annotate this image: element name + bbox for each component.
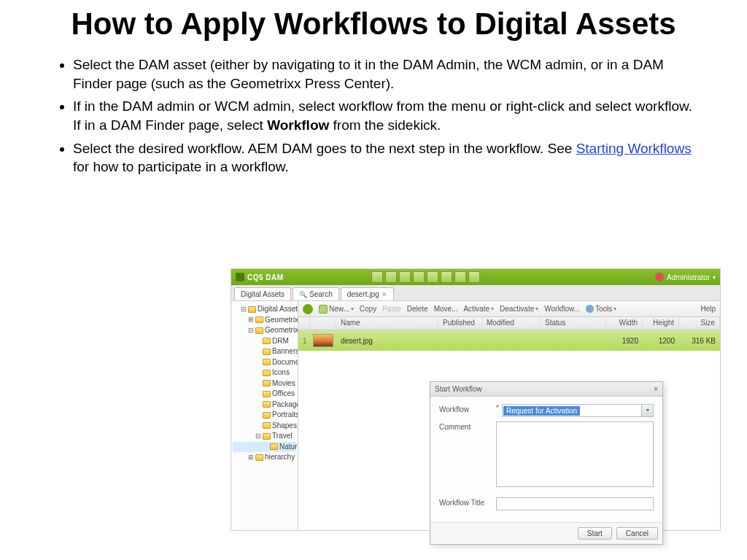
tab-file[interactable]: desert.jpg✕	[341, 287, 394, 300]
tree-node[interactable]: Package Shots	[233, 400, 296, 411]
tab-search[interactable]: 🔍Search	[293, 287, 339, 300]
sidebar: ⊟Digital Assets ⊞Geometrixx Outdoors ⊟Ge…	[231, 301, 298, 530]
chevron-down-icon[interactable]: ▾	[641, 405, 653, 416]
tree-node[interactable]: ⊞hierarchy	[233, 452, 296, 463]
workflow-title-label: Workflow Title	[439, 497, 496, 510]
main-panel: New...▾ Copy Paste Delete Move... Activa…	[298, 301, 720, 530]
starting-workflows-link[interactable]: Starting Workflows	[576, 141, 692, 156]
help-button[interactable]: Help	[700, 305, 716, 313]
toolbar: New...▾ Copy Paste Delete Move... Activa…	[298, 301, 720, 317]
topbar-icon[interactable]	[371, 271, 383, 283]
tree-node[interactable]: Portraits	[233, 410, 296, 421]
admin-label: Administrator	[667, 273, 710, 281]
topbar-icon[interactable]	[399, 271, 411, 283]
col-published[interactable]: Published	[438, 317, 482, 330]
topbar-icon[interactable]	[385, 271, 397, 283]
column-header: Name Published Modified Status Width Hei…	[298, 317, 720, 330]
topbar-icon[interactable]	[413, 271, 425, 283]
folder-icon	[263, 391, 271, 397]
cell-name: desert.jpg	[336, 337, 438, 345]
collapse-icon[interactable]: ⊟	[247, 326, 254, 335]
text: Select the desired workflow. AEM DAM goe…	[73, 141, 576, 156]
tree-label: DRM	[272, 336, 289, 347]
copy-button[interactable]: Copy	[360, 305, 376, 313]
tree-node[interactable]: Offices	[233, 389, 296, 400]
folder-icon	[263, 433, 271, 440]
tree-node[interactable]: ⊟Travel	[233, 431, 296, 442]
activate-button[interactable]: Activate▾	[463, 305, 494, 313]
cell-width: 1920	[606, 337, 643, 345]
tree-node[interactable]: ⊟Digital Assets	[233, 304, 296, 315]
tree-label: Banners	[272, 346, 298, 357]
chevron-down-icon: ▾	[351, 306, 354, 312]
tree-label: Digital Assets	[258, 304, 298, 315]
workflow-label: Workflow	[439, 404, 496, 417]
close-icon[interactable]: ×	[654, 385, 658, 393]
tools-button[interactable]: Tools▾	[586, 305, 616, 313]
folder-icon	[255, 316, 263, 323]
topbar-icons	[371, 271, 480, 283]
tab-label: desert.jpg	[347, 290, 379, 298]
topbar-icon[interactable]	[454, 271, 466, 283]
topbar-icon[interactable]	[427, 271, 438, 283]
screenshot-window: CQ5 DAM Administrator ▾ Digital Assets 🔍…	[231, 268, 721, 531]
cell-height: 1200	[643, 337, 679, 345]
workflow-title-input[interactable]	[496, 497, 654, 510]
col-height[interactable]: Height	[643, 317, 679, 330]
tree-node[interactable]: Movies	[233, 378, 296, 389]
workflow-combo[interactable]: Request for Activation ▾	[502, 404, 654, 417]
new-button[interactable]: New...▾	[319, 305, 354, 314]
dialog-title: Start Workflow	[435, 385, 482, 393]
paste-button: Paste	[382, 305, 401, 313]
topbar-icon[interactable]	[468, 271, 480, 283]
collapse-icon[interactable]: ⊟	[240, 305, 247, 314]
app-logo-icon	[236, 273, 244, 281]
tree-node[interactable]: Documents	[233, 357, 296, 368]
refresh-icon[interactable]	[303, 304, 313, 314]
tree-node-selected[interactable]: Nature	[233, 442, 296, 453]
bullet-item: Select the DAM asset (either by navigati…	[73, 55, 696, 93]
move-button[interactable]: Move...	[434, 305, 458, 313]
close-icon[interactable]: ✕	[382, 291, 387, 298]
tab-digital-assets[interactable]: Digital Assets	[234, 287, 291, 300]
chevron-down-icon: ▾	[535, 306, 538, 312]
col-modified[interactable]: Modified	[482, 317, 541, 330]
tree-node[interactable]: DRM	[233, 336, 296, 347]
expand-icon[interactable]: ⊞	[247, 453, 254, 462]
bullet-item: Select the desired workflow. AEM DAM goe…	[73, 139, 696, 176]
btn-label: Deactivate	[500, 305, 534, 313]
start-button[interactable]: Start	[578, 527, 612, 540]
tools-icon	[586, 305, 594, 313]
col-size[interactable]: Size	[679, 317, 720, 330]
btn-label: Tools	[595, 305, 612, 313]
tree-node[interactable]: Shapes	[233, 421, 296, 432]
admin-menu[interactable]: Administrator ▾	[655, 273, 716, 281]
tree-label: Geometrixx	[265, 325, 298, 336]
tree-node[interactable]: ⊟Geometrixx	[233, 325, 296, 336]
tree-label: Shapes	[272, 421, 297, 432]
workflow-button[interactable]: Workflow...	[544, 305, 580, 313]
expand-icon[interactable]: ⊞	[247, 315, 254, 324]
folder-icon	[263, 359, 271, 365]
tree-label: Package Shots	[272, 400, 298, 411]
col-name[interactable]: Name	[336, 317, 438, 330]
comment-textarea[interactable]	[496, 421, 654, 487]
tree-node[interactable]: Icons	[233, 368, 296, 378]
tab-label: Digital Assets	[241, 290, 285, 298]
thumbnail	[313, 334, 333, 347]
col-width[interactable]: Width	[606, 317, 643, 330]
topbar-icon[interactable]	[441, 271, 452, 283]
page-title: How to Apply Workflows to Digital Assets	[0, 0, 747, 55]
cancel-button[interactable]: Cancel	[616, 527, 658, 540]
col-status[interactable]: Status	[541, 317, 606, 330]
tree-node[interactable]: Banners	[233, 346, 296, 357]
dialog-titlebar[interactable]: Start Workflow ×	[430, 382, 662, 397]
table-row[interactable]: 1 desert.jpg 1920 1200 316 KB	[298, 330, 720, 351]
tree-label: Movies	[272, 378, 295, 389]
deactivate-button[interactable]: Deactivate▾	[500, 305, 538, 313]
tree-node[interactable]: ⊞Geometrixx Outdoors	[233, 315, 296, 326]
collapse-icon[interactable]: ⊟	[255, 432, 261, 441]
folder-icon	[263, 422, 271, 429]
delete-button[interactable]: Delete	[407, 305, 428, 313]
app-brand: CQ5 DAM	[247, 273, 284, 281]
